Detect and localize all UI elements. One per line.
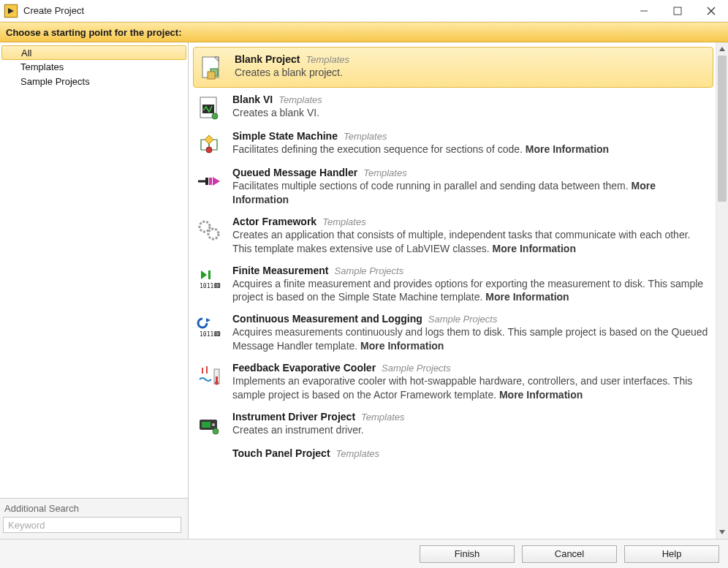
touch-panel-icon <box>196 449 222 475</box>
entry-category: Templates <box>363 167 407 178</box>
svg-point-36 <box>213 428 219 434</box>
sidebar-item-label: Templates <box>20 61 64 72</box>
entry-category: Templates <box>278 94 322 105</box>
additional-search-label: Additional Search <box>3 501 183 517</box>
entry-title: Touch Panel Project <box>232 447 330 459</box>
continuous-measurement-icon: 101100 <box>196 314 222 341</box>
entry-desc: Acquires measurements continuously and l… <box>232 325 709 353</box>
entry-title: Simple State Machine <box>232 130 338 142</box>
template-entry-continuous-measurement[interactable]: 101100 Continuous Measurement and Loggin… <box>192 308 715 357</box>
scroll-down-arrow[interactable] <box>716 526 728 539</box>
instruction-text: Choose a starting point for the project: <box>6 27 182 38</box>
template-entry-feedback-evaporative-cooler[interactable]: Feedback Evaporative CoolerSample Projec… <box>192 357 715 406</box>
sidebar-item-label: All <box>21 48 31 58</box>
svg-point-35 <box>212 423 215 426</box>
entry-category: Templates <box>344 131 387 142</box>
template-entry-touch-panel[interactable]: Touch Panel ProjectTemplates <box>192 443 715 475</box>
svg-marker-37 <box>719 47 725 51</box>
category-list: All Templates Sample Projects <box>0 42 188 498</box>
svg-marker-21 <box>201 270 207 279</box>
svg-point-20 <box>208 229 219 239</box>
more-information-link[interactable]: More Information <box>485 291 569 303</box>
entry-title: Blank VI <box>232 94 273 105</box>
entry-title: Actor Framework <box>232 216 316 227</box>
blank-vi-icon <box>196 95 222 121</box>
svg-rect-34 <box>202 422 211 428</box>
entry-category: Templates <box>361 412 405 423</box>
scroll-up-arrow[interactable] <box>716 42 728 56</box>
app-icon <box>4 4 18 18</box>
svg-rect-16 <box>205 178 208 185</box>
sidebar-item-sample-projects[interactable]: Sample Projects <box>0 75 188 89</box>
entry-title: Feedback Evaporative Cooler <box>232 362 376 374</box>
entry-category: Sample Projects <box>382 363 451 374</box>
footer-bar: Finish Cancel Help <box>0 539 728 568</box>
blank-project-icon <box>198 55 224 81</box>
svg-point-19 <box>200 221 210 232</box>
scroll-thumb[interactable] <box>718 56 727 202</box>
svg-rect-2 <box>674 7 681 15</box>
svg-rect-22 <box>208 270 211 279</box>
entry-desc: Creates an application that consists of … <box>232 228 709 256</box>
svg-marker-38 <box>719 530 725 534</box>
sidebar-item-all[interactable]: All <box>1 45 186 60</box>
main-area: All Templates Sample Projects Additional… <box>0 42 728 539</box>
entry-title: Queued Message Handler <box>232 167 357 178</box>
entry-title: Blank Project <box>235 53 300 65</box>
entry-title: Finite Measurement <box>232 265 328 276</box>
template-entry-finite-measurement[interactable]: 101100 Finite MeasurementSample Projects… <box>192 260 715 309</box>
template-entry-blank-project[interactable]: Blank ProjectTemplates Creates a blank p… <box>193 47 713 88</box>
scroll-track[interactable] <box>716 56 728 526</box>
entry-category: Templates <box>322 216 366 227</box>
more-information-link[interactable]: More Information <box>526 143 609 155</box>
sidebar-item-label: Sample Projects <box>20 76 90 87</box>
finish-button[interactable]: Finish <box>420 545 515 563</box>
help-button[interactable]: Help <box>624 545 719 563</box>
template-list[interactable]: Blank ProjectTemplates Creates a blank p… <box>192 45 715 536</box>
instruction-bar: Choose a starting point for the project: <box>0 22 728 42</box>
minimize-button[interactable] <box>627 0 661 22</box>
template-entry-blank-vi[interactable]: Blank VITemplates Creates a blank VI. <box>192 89 715 126</box>
more-information-link[interactable]: More Information <box>499 389 583 401</box>
cancel-button[interactable]: Cancel <box>522 545 617 563</box>
title-bar: Create Project <box>0 0 728 22</box>
entry-title: Instrument Driver Project <box>232 411 355 423</box>
more-information-link[interactable]: More Information <box>493 243 576 254</box>
more-information-link[interactable]: More Information <box>360 340 444 352</box>
svg-point-32 <box>215 382 219 385</box>
sidebar-item-templates[interactable]: Templates <box>0 60 188 75</box>
vertical-scrollbar[interactable] <box>716 42 728 539</box>
svg-rect-8 <box>208 72 215 79</box>
entry-desc: Creates a blank VI. <box>232 106 709 120</box>
entry-category: Templates <box>306 54 349 65</box>
entry-title: Continuous Measurement and Logging <box>232 313 422 325</box>
maximize-button[interactable] <box>661 0 694 22</box>
state-machine-icon <box>196 132 222 158</box>
svg-marker-25 <box>206 318 211 322</box>
actor-framework-icon <box>196 217 222 243</box>
svg-point-11 <box>212 113 218 119</box>
entry-desc: Acquires a finite measurement and provid… <box>232 277 709 305</box>
entry-desc: Creates a blank project. <box>235 66 707 80</box>
evaporative-cooler-icon <box>196 363 222 390</box>
entry-desc: Implements an evaporative cooler with ho… <box>232 374 709 402</box>
instrument-driver-icon <box>196 412 222 439</box>
sidebar: All Templates Sample Projects Additional… <box>0 42 189 539</box>
svg-marker-0 <box>8 8 14 14</box>
finite-measurement-icon: 101100 <box>196 266 222 292</box>
entry-category: Templates <box>336 448 380 459</box>
svg-rect-17 <box>209 178 212 185</box>
template-entry-queued-message-handler[interactable]: Queued Message HandlerTemplates Facilita… <box>192 162 715 211</box>
additional-search-panel: Additional Search <box>0 498 188 539</box>
keyword-input[interactable] <box>3 517 181 533</box>
template-entry-simple-state-machine[interactable]: Simple State MachineTemplates Facilitate… <box>192 126 715 162</box>
close-button[interactable] <box>694 0 728 22</box>
window-title: Create Project <box>23 5 84 16</box>
svg-marker-12 <box>205 135 213 144</box>
entry-desc: Creates an instrument driver. <box>232 423 709 437</box>
template-entry-instrument-driver[interactable]: Instrument Driver ProjectTemplates Creat… <box>192 406 715 443</box>
entry-category: Sample Projects <box>428 314 498 325</box>
svg-point-13 <box>206 147 212 153</box>
template-entry-actor-framework[interactable]: Actor FrameworkTemplates Creates an appl… <box>192 211 715 260</box>
queued-message-icon <box>196 168 222 194</box>
